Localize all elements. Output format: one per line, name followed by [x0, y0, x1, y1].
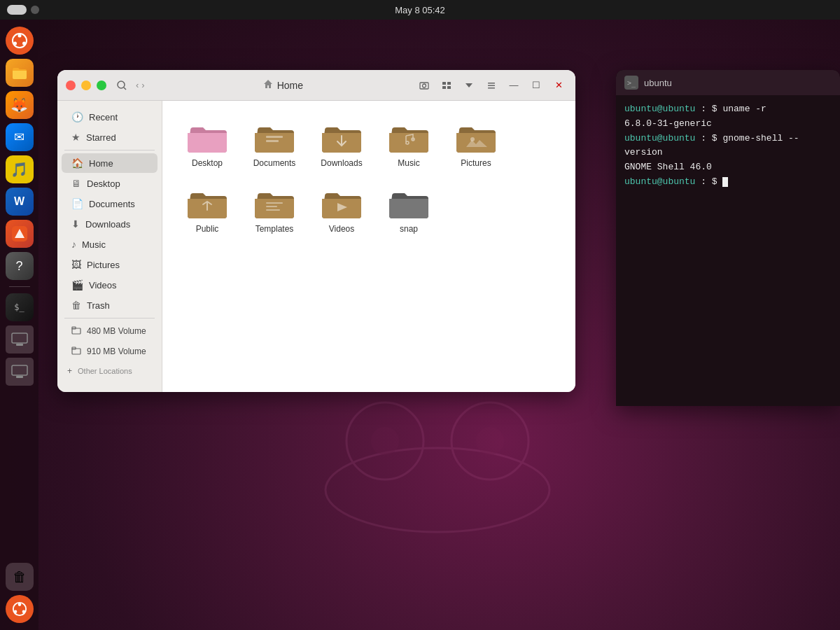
dock-icon-placeholder2[interactable] — [6, 358, 34, 386]
nav-back[interactable]: ‹ — [136, 80, 139, 90]
sidebar-separator-1 — [64, 150, 155, 150]
window-minimize-btn[interactable]: — — [505, 77, 522, 94]
dock-separator — [9, 286, 30, 287]
file-item-music[interactable]: Music — [378, 115, 440, 175]
file-item-public[interactable]: Public — [176, 181, 238, 241]
sidebar-item-videos[interactable]: 🎬 Videos — [62, 275, 158, 295]
file-label-public: Public — [196, 224, 219, 235]
svg-point-18 — [118, 81, 125, 88]
dock-icon-terminal[interactable]: $_ — [6, 293, 34, 321]
sidebar-item-documents[interactable]: 📄 Documents — [62, 194, 158, 214]
file-item-desktop[interactable]: Desktop — [176, 115, 238, 175]
trash-icon: 🗑 — [71, 300, 81, 311]
svg-rect-25 — [447, 86, 451, 89]
folder-icon-documents — [255, 120, 294, 154]
sidebar-item-starred[interactable]: ★ Starred — [62, 127, 158, 147]
sidebar-item-recent[interactable]: 🕐 Recent — [62, 107, 158, 127]
volume-480-icon — [71, 326, 81, 337]
svg-point-0 — [326, 448, 550, 532]
window-minimize-button[interactable] — [81, 80, 91, 90]
svg-rect-10 — [12, 333, 27, 343]
svg-rect-23 — [447, 82, 451, 85]
view-toggle-button[interactable] — [438, 77, 455, 94]
sidebar-volume-910[interactable]: 910 MB Volume — [62, 342, 158, 361]
nav-forward[interactable]: › — [141, 80, 144, 90]
home-nav-icon: 🏠 — [71, 158, 83, 169]
breadcrumb: Home — [150, 79, 416, 91]
screenshot-button[interactable] — [416, 77, 433, 94]
top-bar-dot — [31, 6, 39, 14]
view-options-button[interactable] — [461, 77, 477, 94]
dock-icon-rhythmbox[interactable]: 🎵 — [6, 155, 34, 183]
dock-icon-ubuntu-bottom[interactable] — [6, 595, 34, 623]
svg-point-15 — [18, 603, 21, 606]
window-close-button[interactable] — [66, 80, 76, 90]
svg-point-21 — [423, 84, 426, 88]
sidebar-item-desktop[interactable]: 🖥 Desktop — [62, 174, 158, 193]
search-button[interactable] — [113, 77, 130, 94]
folder-icon-videos — [322, 186, 361, 220]
file-item-downloads[interactable]: Downloads — [311, 115, 372, 175]
dock-icon-appstore[interactable] — [6, 220, 34, 248]
dock-bottom: 🗑 — [6, 563, 34, 623]
file-label-snap: snap — [400, 224, 418, 235]
folder-icon-music — [389, 120, 428, 154]
breadcrumb-location: Home — [277, 80, 303, 91]
file-label-pictures: Pictures — [461, 158, 491, 169]
file-label-desktop: Desktop — [192, 158, 223, 169]
svg-rect-12 — [12, 365, 27, 375]
dock-icon-placeholder1[interactable] — [6, 326, 34, 354]
sidebar-volume-480[interactable]: 480 MB Volume — [62, 321, 158, 341]
top-bar-datetime: May 8 05:42 — [395, 5, 445, 15]
sidebar-item-music[interactable]: ♪ Music — [62, 234, 158, 254]
file-item-snap[interactable]: snap — [378, 181, 440, 241]
svg-rect-13 — [16, 376, 23, 378]
file-item-videos[interactable]: Videos — [311, 181, 372, 241]
file-label-templates: Templates — [255, 224, 294, 235]
svg-point-7 — [13, 42, 17, 46]
terminal-body[interactable]: ubuntu@ubuntu : $ uname -r 6.8.0-31-gene… — [616, 95, 840, 406]
window-maximize-button[interactable] — [97, 80, 106, 90]
svg-rect-34 — [266, 140, 279, 142]
downloads-icon: ⬇ — [71, 218, 80, 230]
file-grid: Desktop Documents — [162, 101, 575, 392]
svg-rect-36 — [266, 202, 283, 204]
sidebar: 🕐 Recent ★ Starred 🏠 Home 🖥 Desktop 📄 Do… — [57, 101, 162, 392]
terminal-title: ubuntu — [644, 78, 832, 88]
terminal-prompt-2: ubuntu@ubuntu — [624, 133, 695, 144]
svg-rect-11 — [16, 344, 23, 346]
svg-rect-38 — [266, 209, 280, 211]
dock-icon-trash[interactable]: 🗑 — [6, 563, 34, 591]
terminal-output-2: GNOME Shell 46.0 — [624, 160, 832, 175]
music-icon: ♪ — [71, 239, 76, 250]
sidebar-separator-2 — [64, 318, 155, 318]
dock-icon-writer[interactable]: W — [6, 188, 34, 216]
sidebar-item-trash[interactable]: 🗑 Trash — [62, 295, 158, 315]
dock-icon-files[interactable] — [6, 59, 34, 87]
terminal-output-1: 6.8.0-31-generic — [624, 117, 832, 132]
sidebar-item-pictures[interactable]: 🖼 Pictures — [62, 255, 158, 274]
terminal-app-icon: >_ — [624, 76, 638, 90]
sidebar-other-locations[interactable]: + Other Locations — [57, 362, 162, 380]
terminal-line-1: ubuntu@ubuntu : $ uname -r — [624, 102, 832, 117]
file-item-documents[interactable]: Documents — [244, 115, 305, 175]
sidebar-item-downloads[interactable]: ⬇ Downloads — [62, 214, 158, 234]
window-restore-btn[interactable]: ☐ — [528, 77, 545, 94]
dock-icon-thunderbird[interactable]: ✉ — [6, 123, 34, 151]
sidebar-item-home[interactable]: 🏠 Home — [62, 153, 158, 173]
window-controls — [66, 80, 106, 90]
more-options-button[interactable] — [483, 77, 500, 94]
file-item-pictures[interactable]: Pictures — [445, 115, 507, 175]
file-item-templates[interactable]: Templates — [244, 181, 305, 241]
dock-icon-help[interactable]: ? — [6, 252, 34, 280]
terminal-line-2: ubuntu@ubuntu : $ gnome-shell --version — [624, 132, 832, 161]
window-close-btn[interactable]: ✕ — [550, 77, 567, 94]
top-bar: May 8 05:42 — [0, 0, 840, 20]
top-bar-left — [7, 5, 39, 15]
pictures-icon: 🖼 — [71, 259, 81, 270]
dock-icon-ubuntu[interactable] — [6, 27, 34, 55]
dock-icon-firefox[interactable]: 🦊 — [6, 91, 34, 119]
svg-rect-24 — [442, 86, 446, 89]
svg-rect-26 — [488, 83, 495, 84]
terminal-cursor — [722, 177, 728, 187]
